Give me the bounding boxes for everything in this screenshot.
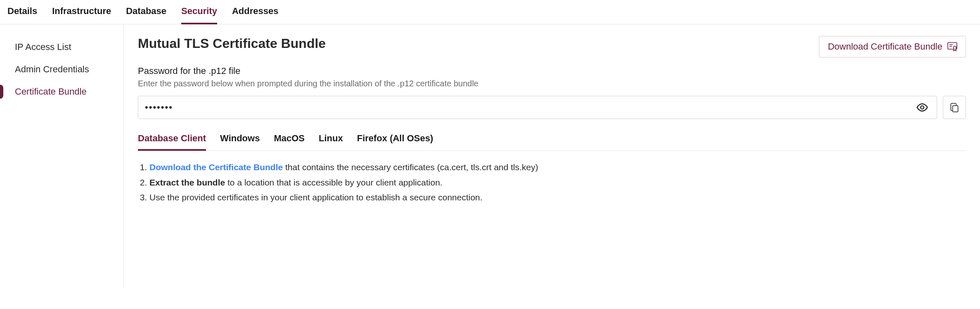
sub-tab-linux[interactable]: Linux <box>319 133 343 150</box>
step-3: Use the provided certificates in your cl… <box>149 191 966 204</box>
instruction-steps: Download the Certificate Bundle that con… <box>138 161 966 204</box>
step-2: Extract the bundle to a location that is… <box>149 176 966 190</box>
step-1-text: that contains the necessary certificates… <box>283 162 538 172</box>
password-label: Password for the .p12 file <box>138 66 966 76</box>
eye-icon <box>916 101 928 114</box>
step-2-text: to a location that is accessible by your… <box>225 178 442 187</box>
svg-rect-5 <box>953 106 958 112</box>
download-button-label: Download Certificate Bundle <box>828 41 942 52</box>
sidebar-item-certificate-bundle[interactable]: Certificate Bundle <box>0 81 123 103</box>
tab-database[interactable]: Database <box>126 6 166 24</box>
download-bundle-link[interactable]: Download the Certificate Bundle <box>149 162 283 172</box>
copy-icon <box>949 102 960 113</box>
copy-password-button[interactable] <box>943 96 966 119</box>
sub-tab-firefox[interactable]: Firefox (All OSes) <box>357 133 433 150</box>
sub-tab-database-client[interactable]: Database Client <box>138 133 206 150</box>
sidebar-item-ip-access-list[interactable]: IP Access List <box>0 36 123 58</box>
tab-details[interactable]: Details <box>7 6 37 24</box>
sidebar-item-admin-credentials[interactable]: Admin Credentials <box>0 58 123 81</box>
step-1: Download the Certificate Bundle that con… <box>149 161 966 174</box>
svg-point-4 <box>921 106 924 109</box>
sub-tab-windows[interactable]: Windows <box>220 133 260 150</box>
tab-infrastructure[interactable]: Infrastructure <box>52 6 111 24</box>
certificate-icon <box>947 42 957 51</box>
top-tabs: Details Infrastructure Database Security… <box>0 0 980 24</box>
password-help-text: Enter the password below when prompted d… <box>138 79 966 88</box>
password-input-wrap <box>138 96 937 119</box>
svg-point-3 <box>954 46 956 49</box>
toggle-password-visibility-button[interactable] <box>914 100 930 115</box>
svg-rect-0 <box>948 43 957 49</box>
step-2-bold: Extract the bundle <box>149 178 225 187</box>
tab-addresses[interactable]: Addresses <box>232 6 279 24</box>
page-title: Mutual TLS Certificate Bundle <box>138 36 326 51</box>
download-certificate-bundle-button[interactable]: Download Certificate Bundle <box>819 36 966 57</box>
sub-tab-macos[interactable]: MacOS <box>274 133 305 150</box>
password-input[interactable] <box>145 102 914 113</box>
tab-security[interactable]: Security <box>181 6 217 24</box>
sidebar: IP Access List Admin Credentials Certifi… <box>0 24 124 289</box>
instruction-tabs: Database Client Windows MacOS Linux Fire… <box>138 133 966 151</box>
main-content: Mutual TLS Certificate Bundle Download C… <box>124 24 980 289</box>
